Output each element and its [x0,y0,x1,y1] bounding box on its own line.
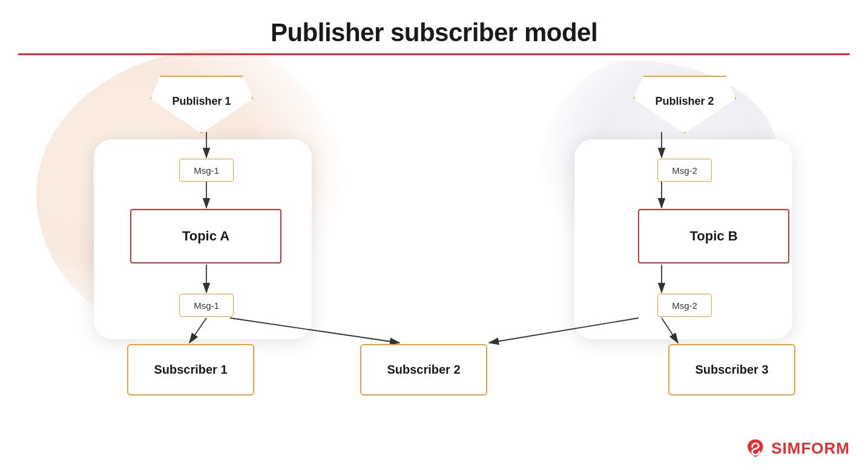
msg2-bottom-box: Msg-2 [657,294,712,317]
publisher2-node: Publisher 2 [633,76,736,133]
topicA-label: Topic A [182,228,229,244]
msg1-top-box: Msg-1 [179,159,234,182]
topicA-box: Topic A [130,209,281,263]
msg1-top-label: Msg-1 [194,165,219,176]
publisher2-shape: Publisher 2 [633,76,736,133]
publisher2-label: Publisher 2 [655,95,714,108]
topicB-box: Topic B [638,209,789,263]
msg2-bottom-label: Msg-2 [672,300,697,311]
title-underline [18,53,850,55]
page-title: Publisher subscriber model [0,18,868,47]
subscriber2-box: Subscriber 2 [360,344,487,396]
msg2-top-label: Msg-2 [672,165,697,176]
subscriber2-label: Subscriber 2 [387,363,460,377]
topicB-label: Topic B [689,228,737,244]
publisher1-label: Publisher 1 [172,95,231,108]
msg1-bottom-box: Msg-1 [179,294,234,317]
subscriber3-box: Subscriber 3 [668,344,795,396]
msg1-bottom-label: Msg-1 [194,300,219,311]
msg2-top-box: Msg-2 [657,159,712,182]
simform-icon [745,437,766,459]
publisher1-shape: Publisher 1 [150,76,253,133]
subscriber1-box: Subscriber 1 [127,344,254,396]
simform-logo: SIMFORM [745,437,850,459]
simform-text: SIMFORM [771,439,850,458]
title-section: Publisher subscriber model [0,0,868,61]
subscriber1-label: Subscriber 1 [154,363,227,377]
diagram-area: Publisher 1 Publisher 2 Msg-1 Msg-2 Topi… [0,61,868,470]
subscriber3-label: Subscriber 3 [695,363,768,377]
publisher1-node: Publisher 1 [150,76,253,133]
